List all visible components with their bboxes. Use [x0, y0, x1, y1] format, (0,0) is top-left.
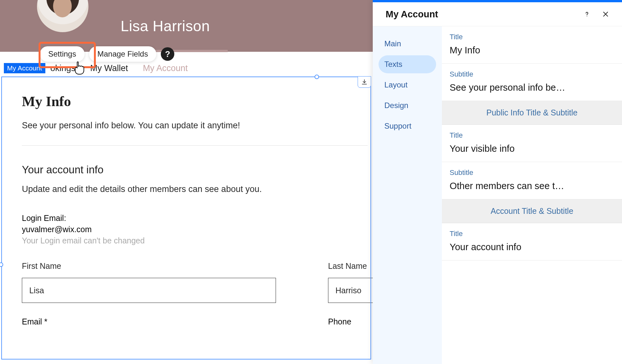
field-label: Title: [450, 131, 614, 140]
download-icon[interactable]: [358, 76, 371, 88]
page-tabs: My Account okings My Wallet My Account: [0, 63, 373, 73]
field-label: Subtitle: [450, 70, 614, 78]
panel-sidebar: Main Texts Layout Design Support: [373, 26, 442, 364]
cursor-pointer-icon: [73, 60, 86, 75]
field-label: Title: [450, 230, 614, 238]
tab-account[interactable]: My Account: [143, 63, 188, 73]
field-public-title[interactable]: Title Your visible info: [442, 125, 622, 162]
field-value: Your account info: [450, 242, 614, 252]
field-title[interactable]: Title My Info: [442, 26, 622, 64]
field-label: Subtitle: [450, 168, 614, 177]
tab-wallet[interactable]: My Wallet: [90, 63, 128, 73]
field-public-subtitle[interactable]: Subtitle Other members can see t…: [442, 162, 622, 199]
panel-header: My Account: [373, 2, 622, 26]
manage-fields-button[interactable]: Manage Fields: [89, 46, 156, 62]
field-account-title[interactable]: Title Your account info: [442, 223, 622, 260]
field-value: My Info: [450, 45, 614, 56]
section-account: Account Title & Subtitle: [442, 199, 622, 223]
avatar: [37, 0, 88, 32]
field-label: Title: [450, 33, 614, 41]
side-item-layout[interactable]: Layout: [379, 76, 436, 94]
resize-handle-left[interactable]: [0, 262, 3, 267]
element-toolbar: Settings Manage Fields ?: [40, 46, 174, 62]
section-public-info: Public Info Title & Subtitle: [442, 101, 622, 125]
tab-bookings[interactable]: okings: [50, 63, 76, 73]
selection-label: My Account: [4, 63, 45, 73]
panel-main: Title My Info Subtitle See your personal…: [442, 26, 622, 364]
help-icon[interactable]: [581, 9, 592, 20]
side-item-texts[interactable]: Texts: [379, 55, 436, 73]
close-icon[interactable]: [600, 9, 611, 20]
resize-handle-top[interactable]: [315, 75, 319, 79]
field-value: Other members can see t…: [450, 181, 614, 191]
side-item-main[interactable]: Main: [379, 35, 436, 53]
panel-title: My Account: [386, 9, 574, 20]
panel-accent: [373, 0, 622, 2]
side-item-support[interactable]: Support: [379, 117, 436, 135]
side-item-design[interactable]: Design: [379, 96, 436, 114]
field-value: Your visible info: [450, 143, 614, 154]
settings-button[interactable]: Settings: [40, 46, 85, 62]
field-subtitle[interactable]: Subtitle See your personal info be…: [442, 64, 622, 101]
selection-frame: [1, 77, 371, 359]
field-value: See your personal info be…: [450, 82, 614, 93]
settings-panel: My Account Main Texts Layout Design Supp…: [373, 0, 622, 364]
profile-name: Lisa Harrison: [121, 17, 210, 35]
help-icon[interactable]: ?: [161, 47, 174, 61]
